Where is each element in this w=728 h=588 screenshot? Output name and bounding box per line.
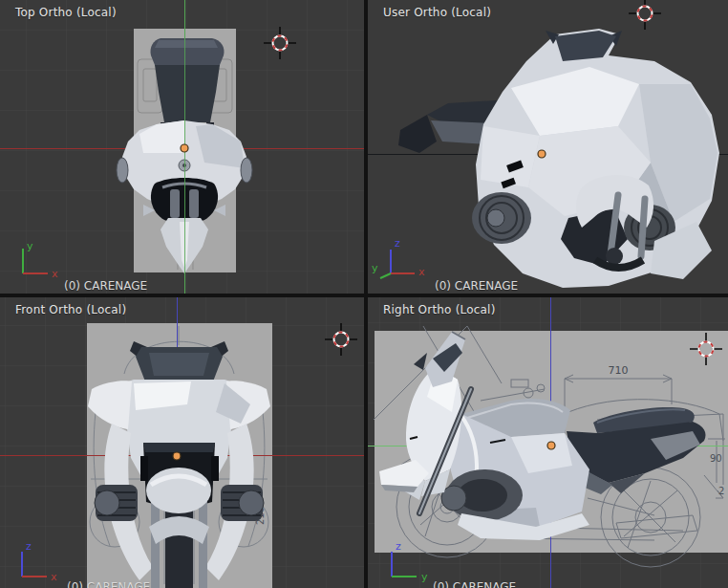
gizmo-up-label: y	[27, 240, 33, 252]
viewport-title: User Ortho (Local)	[383, 6, 491, 19]
object-origin-dot	[538, 150, 546, 158]
gizmo-right-label: x	[418, 266, 425, 278]
object-info-text: (0) CARENAGE	[67, 580, 150, 588]
blueprint-dim-lower: 2	[718, 486, 724, 496]
viewport-title: Top Ortho (Local)	[15, 6, 117, 19]
viewport-canvas-front: 210	[0, 297, 364, 588]
blueprint-dim-width: 710	[609, 364, 629, 377]
viewport-canvas-right: 710 90 2	[368, 297, 728, 588]
blender-quad-viewport: y x Top Ortho (Local) (0) CARENAGE	[0, 0, 728, 588]
blueprint-dim-upper: 90	[710, 453, 722, 464]
object-origin-dot	[173, 452, 181, 460]
viewport-right-ortho[interactable]: 710 90 2	[368, 297, 728, 588]
object-info-text: (0) CARENAGE	[435, 279, 518, 293]
viewport-front-ortho[interactable]: 210	[0, 297, 364, 588]
object-info-text: (0) CARENAGE	[433, 580, 516, 588]
viewport-canvas-user: z x y	[368, 0, 728, 294]
viewport-user-ortho[interactable]: z x y User Ortho (Local) (0) CARENAGE	[368, 0, 728, 294]
viewport-top-ortho[interactable]: y x Top Ortho (Local) (0) CARENAGE	[0, 0, 364, 294]
gizmo-up-label: z	[396, 540, 401, 553]
gizmo-right-label: y	[421, 571, 428, 583]
viewport-title: Right Ortho (Local)	[383, 303, 496, 316]
object-info-text: (0) CARENAGE	[64, 279, 147, 293]
gizmo-up-label: z	[26, 540, 32, 553]
viewport-canvas-top: y x	[0, 0, 364, 294]
gizmo-right-label: x	[51, 571, 57, 583]
object-origin-dot	[181, 144, 188, 152]
gizmo-up-label: z	[395, 237, 400, 250]
object-origin-dot	[547, 442, 555, 449]
gizmo-right-label: x	[52, 268, 58, 280]
gizmo-depth-label: y	[372, 262, 378, 274]
viewport-title: Front Ortho (Local)	[15, 303, 126, 316]
